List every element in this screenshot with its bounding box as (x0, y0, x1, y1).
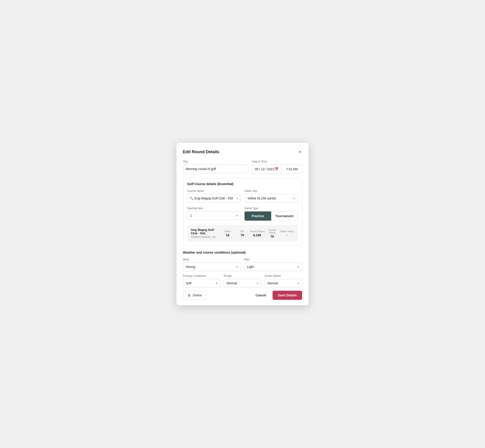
date-value: 05 / 12 / 2021 (255, 167, 274, 171)
course-rating-label: Course rating (265, 229, 280, 234)
game-type-label: Game Type (244, 207, 298, 210)
slope-rating-stat: Slope rating - (279, 230, 294, 237)
course-rating-stat: Course rating 70 (265, 229, 280, 238)
starting-hole-group: Starting Hole 1 ▾ (187, 207, 241, 221)
time-value: 7:31 AM (286, 167, 298, 171)
rough-dropdown[interactable]: Normal ▾ (224, 279, 261, 288)
starting-hole-label: Starting Hole (187, 207, 241, 210)
datetime-label: Date & Time (252, 160, 302, 163)
starting-hole-value: 1 (190, 214, 192, 217)
delete-button[interactable]: 🗑 Delete (183, 291, 207, 300)
course-info-location: Shelford Bottom, UK (191, 235, 220, 239)
modal-title: Edit Round Details (183, 150, 219, 154)
fairway-label: Fairway Conditions (183, 274, 220, 278)
golf-course-title: Golf Course details (Essential) (187, 182, 298, 186)
wind-group: Wind Strong ▾ (183, 258, 241, 271)
rain-value: Light (247, 265, 254, 269)
course-info-name-text: Gog Magog Golf Club - Old, (191, 228, 220, 235)
par-label: Par (235, 230, 250, 233)
trash-icon: 🗑 (188, 293, 191, 297)
green-speed-label: Green Speed (265, 274, 302, 278)
calendar-icon: 📅 (274, 167, 279, 171)
rain-dropdown[interactable]: Light ▾ (244, 263, 302, 271)
cancel-button[interactable]: Cancel (254, 291, 268, 300)
green-speed-group: Green Speed Normal ▾ (265, 274, 302, 288)
title-input[interactable] (183, 165, 248, 173)
date-time-row: 05 / 12 / 2021 📅 7:31 AM (252, 165, 302, 174)
rain-label: Rain (244, 258, 302, 261)
par-stat: Par 70 (235, 230, 250, 237)
clear-course-icon[interactable]: × (236, 196, 238, 200)
starting-hole-dropdown[interactable]: 1 ▾ (187, 211, 241, 220)
date-field[interactable]: 05 / 12 / 2021 📅 (252, 165, 282, 174)
edit-round-modal: Edit Round Details × Title Date & Time 0… (177, 143, 308, 305)
select-tee-group: Select Tee Yellow (6,156 yards) ▾ (244, 189, 298, 203)
holes-value: 18 (220, 233, 235, 237)
chevron-down-icon: ▾ (293, 197, 295, 200)
chevron-down-icon: ▾ (257, 282, 259, 285)
conditions-row: Fairway Conditions Soft ▾ Rough Normal ▾… (183, 274, 302, 288)
tournament-button[interactable]: Tournament (271, 211, 298, 221)
fairway-value: Soft (186, 281, 192, 285)
practice-button[interactable]: Practice (244, 211, 271, 221)
select-tee-label: Select Tee (244, 189, 298, 192)
yards-label: Yards(Yellow) (250, 230, 265, 233)
course-info-box: Gog Magog Golf Club - Old, Shelford Bott… (187, 225, 298, 242)
course-name-input[interactable] (187, 194, 241, 203)
chevron-down-icon: ▾ (236, 214, 238, 217)
wind-dropdown[interactable]: Strong ▾ (183, 263, 241, 271)
delete-label: Delete (193, 293, 202, 297)
fairway-dropdown[interactable]: Soft ▾ (183, 279, 220, 288)
rain-group: Rain Light ▾ (244, 258, 302, 271)
yards-stat: Yards(Yellow) 6,156 (250, 230, 265, 237)
wind-value: Strong (186, 265, 195, 269)
time-field[interactable]: 7:31 AM (282, 165, 302, 174)
select-tee-value: Yellow (6,156 yards) (247, 196, 276, 200)
modal-header: Edit Round Details × (183, 149, 302, 155)
title-label: Title (183, 160, 248, 163)
course-name-search-wrap: 🔍 × (187, 194, 241, 203)
chevron-down-icon: ▾ (298, 282, 299, 285)
weather-section-title: Weather and course conditions (optional) (183, 251, 302, 254)
select-tee-dropdown[interactable]: Yellow (6,156 yards) ▾ (244, 194, 298, 203)
save-button[interactable]: Save Details (273, 291, 302, 300)
fairway-group: Fairway Conditions Soft ▾ (183, 274, 220, 288)
wind-rain-row: Wind Strong ▾ Rain Light ▾ (183, 258, 302, 271)
title-group: Title (183, 160, 248, 174)
par-value: 70 (235, 233, 250, 237)
course-name-group: Course Name 🔍 × (187, 189, 241, 203)
search-icon: 🔍 (189, 196, 193, 200)
chevron-down-icon: ▾ (298, 265, 299, 269)
close-button[interactable]: × (298, 149, 302, 155)
slope-rating-label: Slope rating (279, 230, 294, 233)
slope-rating-value: - (279, 233, 294, 237)
course-rating-value: 70 (265, 235, 280, 238)
green-speed-value: Normal (267, 281, 278, 285)
rough-label: Rough (224, 274, 261, 278)
title-datetime-row: Title Date & Time 05 / 12 / 2021 📅 7:31 … (183, 160, 302, 174)
course-tee-row: Course Name 🔍 × Select Tee Yellow (6,156… (187, 189, 298, 203)
game-type-toggle: Practice Tournament (244, 211, 298, 221)
holes-label: Holes (220, 230, 235, 233)
hole-gametype-row: Starting Hole 1 ▾ Game Type Practice Tou… (187, 207, 298, 221)
game-type-group: Game Type Practice Tournament (244, 207, 298, 221)
footer-right: Cancel Save Details (254, 291, 302, 300)
rough-value: Normal (226, 281, 237, 285)
footer-row: 🗑 Delete Cancel Save Details (183, 291, 302, 300)
golf-course-section: Golf Course details (Essential) Course N… (183, 178, 302, 246)
datetime-group: Date & Time 05 / 12 / 2021 📅 7:31 AM (252, 160, 302, 174)
wind-label: Wind (183, 258, 241, 261)
course-info-name: Gog Magog Golf Club - Old, Shelford Bott… (191, 228, 220, 239)
chevron-down-icon: ▾ (236, 265, 238, 269)
rough-group: Rough Normal ▾ (224, 274, 261, 288)
chevron-down-icon: ▾ (216, 282, 218, 285)
course-name-label: Course Name (187, 189, 241, 192)
holes-stat: Holes 18 (220, 230, 235, 237)
yards-value: 6,156 (250, 233, 265, 237)
green-speed-dropdown[interactable]: Normal ▾ (265, 279, 302, 288)
weather-section: Weather and course conditions (optional)… (183, 251, 302, 288)
